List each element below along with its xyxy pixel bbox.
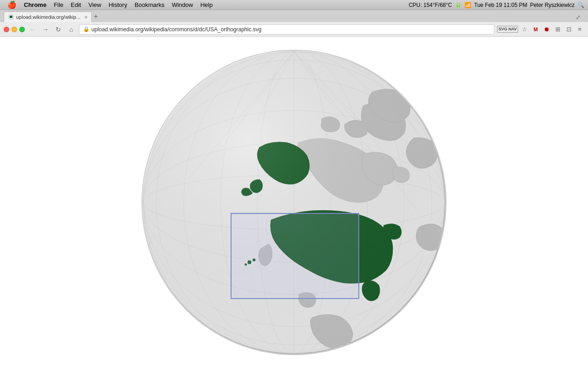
search-icon[interactable]: 🔍: [577, 2, 584, 8]
help-menu[interactable]: Help: [197, 0, 216, 10]
file-menu[interactable]: File: [50, 0, 67, 10]
forward-button[interactable]: →: [40, 24, 51, 34]
menubar-right: CPU: 154°F/68°C 🔋 📶 Tue Feb 19 11:05 PM …: [409, 2, 584, 8]
record-icon[interactable]: ⏺: [542, 25, 551, 34]
apple-menu[interactable]: 🍎: [4, 0, 20, 10]
back-button[interactable]: ←: [28, 24, 38, 34]
tab-title: upload.wikimedia.org/wikip...: [16, 14, 80, 20]
tab-favicon: [8, 14, 14, 20]
home-button[interactable]: ⌂: [66, 24, 76, 34]
new-tab-button[interactable]: +: [94, 12, 98, 21]
cpu-stat: CPU: 154°F/68°C: [409, 2, 452, 8]
wifi-icon: 📶: [464, 2, 471, 8]
datetime: Tue Feb 19 11:05 PM: [474, 2, 527, 8]
close-button[interactable]: [4, 27, 9, 32]
active-tab[interactable]: upload.wikimedia.org/wikip... ✕: [4, 12, 92, 22]
restore-icon[interactable]: ⤢: [576, 14, 581, 21]
username: Peter Ryszkiewicz: [530, 2, 575, 8]
url-text: upload.wikimedia.org/wikipedia/commons/d…: [91, 26, 261, 33]
main-content: [0, 37, 588, 368]
urlbar-actions: SVG NAV ☆ M ⏺ ⊞ ⊡ ≡: [497, 25, 584, 34]
chrome-menu[interactable]: Chrome: [20, 0, 50, 10]
cast-icon[interactable]: ⊡: [564, 25, 573, 34]
tab-bar: upload.wikimedia.org/wikip... ✕ + ⤢: [0, 10, 588, 22]
svg-nav-badge: SVG NAV: [497, 26, 518, 33]
svg-point-23: [143, 52, 445, 353]
lock-icon: 🔒: [83, 26, 90, 32]
bookmarks-menu[interactable]: Bookmarks: [131, 0, 168, 10]
menu-bar: 🍎 Chrome File Edit View History Bookmark…: [0, 0, 588, 10]
bookmark-star-icon[interactable]: ☆: [520, 25, 529, 34]
url-field[interactable]: 🔒 upload.wikimedia.org/wikipedia/commons…: [79, 24, 494, 34]
window-menu[interactable]: Window: [168, 0, 197, 10]
history-menu[interactable]: History: [105, 0, 130, 10]
menu-icon[interactable]: ≡: [575, 25, 584, 34]
apps-icon[interactable]: ⊞: [553, 25, 562, 34]
globe-container: [142, 51, 446, 354]
svg-rect-1: [10, 16, 12, 18]
globe: [142, 51, 446, 354]
window-controls: ⤢: [572, 14, 584, 21]
maximize-button[interactable]: [19, 27, 25, 32]
minimize-button[interactable]: [11, 27, 17, 32]
tab-close-button[interactable]: ✕: [84, 15, 88, 20]
gmail-icon[interactable]: M: [531, 25, 540, 34]
view-menu[interactable]: View: [85, 0, 105, 10]
globe-svg: [142, 51, 446, 354]
edit-menu[interactable]: Edit: [67, 0, 85, 10]
traffic-lights: [4, 27, 25, 32]
battery-icon: 🔋: [455, 2, 462, 8]
reload-button[interactable]: ↻: [53, 24, 63, 34]
url-bar: ← → ↻ ⌂ 🔒 upload.wikimedia.org/wikipedia…: [0, 22, 588, 37]
